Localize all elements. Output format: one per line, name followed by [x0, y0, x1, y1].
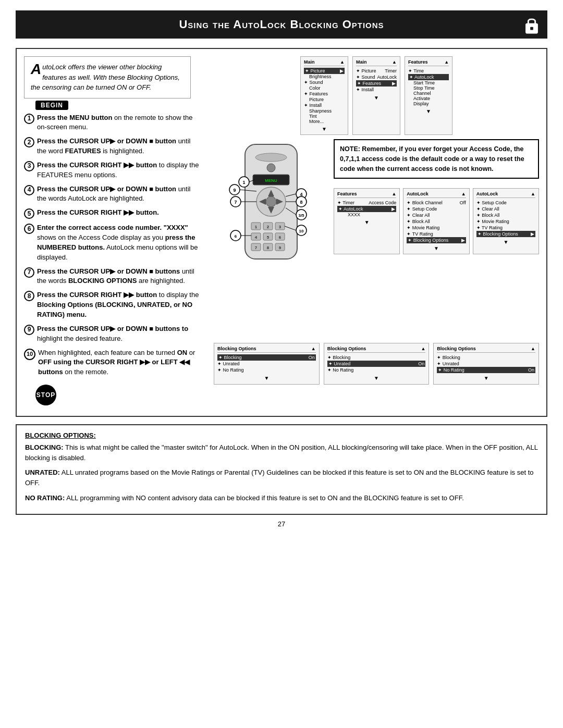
- svg-text:9: 9: [233, 188, 236, 193]
- svg-point-4: [267, 164, 275, 172]
- remote-svg: MENU: [214, 139, 328, 337]
- intro-dropcap: A: [31, 62, 41, 77]
- begin-badge: BEGIN: [35, 101, 68, 110]
- step-8-num: 8: [24, 291, 34, 301]
- page-title: Using the AutoLock Blocking Options: [26, 18, 537, 31]
- step-1-text: Press the MENU button on the remote to s…: [37, 113, 201, 133]
- menu-screen-2: Main▲ ✦ PictureTimer ✦ SoundAutoLock ✦ F…: [352, 56, 400, 135]
- step-1-num: 1: [24, 114, 34, 124]
- svg-text:1: 1: [242, 180, 245, 185]
- step-3-text: Press the CURSOR RIGHT ▶▶ button to disp…: [37, 161, 201, 180]
- svg-text:MENU: MENU: [265, 178, 277, 183]
- step-2: 2 Press the CURSOR UP▶ or DOWN ■ button …: [24, 137, 201, 156]
- step-2-text: Press the CURSOR UP▶ or DOWN ■ button un…: [37, 137, 201, 156]
- step-8: 8 Press the CURSOR RIGHT ▶▶ button to di…: [24, 290, 201, 320]
- bottom-screen-2: Blocking Options▲ ✦ Blocking ✦ UnratedOn…: [324, 343, 430, 385]
- svg-text:1: 1: [255, 225, 258, 229]
- svg-text:3: 3: [279, 225, 282, 229]
- bottom-screens-row: Blocking Options▲ ✦ BlockingOn ✦ Unrated…: [214, 343, 539, 385]
- svg-point-3: [255, 153, 287, 162]
- step-4: 4 Press the CURSOR UP▶ or DOWN ■ button …: [24, 184, 201, 204]
- step-5-num: 5: [24, 208, 34, 219]
- step-7-num: 7: [24, 267, 34, 278]
- note-and-mid-screens: NOTE: Remember, if you ever forget your …: [334, 139, 539, 339]
- svg-text:7: 7: [234, 200, 237, 205]
- step-2-num: 2: [24, 137, 34, 147]
- screen-1-title: Main▲: [304, 59, 345, 66]
- step-1: 1 Press the MENU button on the remote to…: [24, 113, 201, 133]
- step-10: 10 When highlighted, each feature can be…: [24, 348, 201, 378]
- step-5: 5 Press the CURSOR RIGHT ▶▶ button.: [24, 208, 201, 219]
- menu-screen-3: Features▲ ✦ Time ✦ AutoLock Start Time S…: [405, 56, 452, 135]
- blocking-options-section: BLOCKING OPTIONS: BLOCKING: This is what…: [16, 424, 547, 515]
- mid-screen-1: Features▲ ✦ TimerAccess Code ✦ AutoLock▶…: [334, 188, 400, 254]
- step-10-num: 10: [24, 349, 35, 360]
- steps-list: 1 Press the MENU button on the remote to…: [24, 113, 201, 378]
- step-6: 6 Enter the correct access code number. …: [24, 223, 201, 262]
- step-4-text: Press the CURSOR UP▶ or DOWN ■ button un…: [37, 184, 201, 204]
- blocking-para-1: BLOCKING: This is what might be called t…: [25, 442, 538, 463]
- step-3: 3 Press the CURSOR RIGHT ▶▶ button to di…: [24, 161, 201, 180]
- step-6-text: Enter the correct access code number. "X…: [37, 223, 201, 262]
- step-7: 7 Press the CURSOR UP▶ or DOWN ■ buttons…: [24, 267, 201, 287]
- svg-text:4: 4: [255, 235, 258, 240]
- blocking-options-title: BLOCKING OPTIONS:: [25, 431, 538, 439]
- right-column: Main▲ ✦ Picture▶ Brightness ✦ Sound Colo…: [214, 56, 539, 409]
- svg-text:3/5: 3/5: [298, 213, 304, 218]
- svg-text:10: 10: [299, 229, 304, 233]
- step-10-text: When highlighted, each feature can be tu…: [38, 348, 201, 378]
- step-9: 9 Press the CURSOR UP▶ or DOWN ■ buttons…: [24, 324, 201, 344]
- intro-text: utoLock offers the viewer other blocking…: [31, 63, 180, 91]
- step-9-text: Press the CURSOR UP▶ or DOWN ■ buttons t…: [37, 324, 201, 344]
- mid-screen-2: AutoLock▲ ✦ Block ChannelOff ✦ Setup Cod…: [403, 188, 469, 254]
- bottom-screen-3: Blocking Options▲ ✦ Blocking ✦ Unrated ✦…: [433, 343, 539, 385]
- svg-text:6: 6: [235, 234, 237, 239]
- screen-1-row-picture: ✦ Picture▶: [304, 68, 345, 74]
- step-5-text: Press the CURSOR RIGHT ▶▶ button.: [37, 208, 159, 218]
- svg-text:6: 6: [279, 235, 282, 240]
- svg-text:8: 8: [300, 200, 302, 205]
- blocking-para-2: UNRATED: ALL unrated programs based on t…: [25, 467, 538, 488]
- step-8-text: Press the CURSOR RIGHT ▶▶ button to disp…: [37, 290, 201, 320]
- step-3-num: 3: [24, 161, 34, 171]
- step-9-num: 9: [24, 325, 34, 335]
- step-4-num: 4: [24, 185, 34, 195]
- bottom-screen-1: Blocking Options▲ ✦ BlockingOn ✦ Unrated…: [214, 343, 320, 385]
- svg-text:7: 7: [255, 245, 258, 250]
- svg-text:9: 9: [279, 245, 282, 250]
- intro-box: A utoLock offers the viewer other blocki…: [24, 56, 191, 98]
- blocking-para-3: NO RATING: ALL programming with NO conte…: [25, 493, 538, 503]
- main-content-box: A utoLock offers the viewer other blocki…: [16, 48, 547, 417]
- svg-point-12: [266, 196, 276, 207]
- step-6-num: 6: [24, 224, 34, 234]
- mid-screens-row: Features▲ ✦ TimerAccess Code ✦ AutoLock▶…: [334, 188, 539, 254]
- left-column: A utoLock offers the viewer other blocki…: [24, 56, 206, 409]
- svg-text:5: 5: [267, 235, 270, 240]
- stop-badge: STOP: [35, 385, 56, 405]
- page-header: Using the AutoLock Blocking Options: [16, 10, 547, 39]
- mid-screen-3: AutoLock▲ ✦ Setup Code ✦ Clear All ✦ Blo…: [473, 188, 539, 254]
- step-7-text: Press the CURSOR UP▶ or DOWN ■ buttons u…: [37, 267, 201, 287]
- page-number: 27: [16, 520, 547, 528]
- remote-note-row: MENU: [214, 139, 539, 339]
- top-screens-row: Main▲ ✦ Picture▶ Brightness ✦ Sound Colo…: [300, 56, 452, 135]
- svg-text:2: 2: [267, 225, 270, 229]
- menu-screen-1: Main▲ ✦ Picture▶ Brightness ✦ Sound Colo…: [300, 56, 348, 135]
- svg-text:8: 8: [267, 245, 270, 250]
- svg-rect-1: [530, 27, 533, 30]
- note-box: NOTE: Remember, if you ever forget your …: [334, 139, 539, 179]
- lock-icon: [523, 15, 540, 34]
- remote-illustration: MENU: [214, 139, 328, 339]
